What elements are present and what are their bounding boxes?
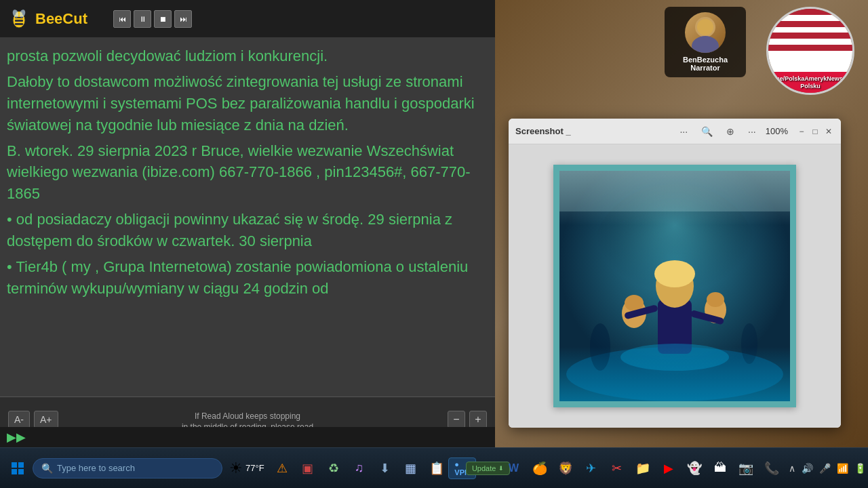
system-tray: ∧ 🔊 🎤 📶 🔋 5:06 AM 8/30/2023 [787, 455, 868, 482]
tray-network-icon[interactable]: 📶 [835, 462, 850, 475]
beecut-panel: BeeCut ⏮ ⏸ ⏹ ⏭ prosta pozwoli decydować … [0, 0, 495, 447]
water-effect [559, 347, 790, 401]
zoom-controls: − + [448, 411, 487, 428]
prev-button[interactable]: ⏮ [113, 10, 131, 28]
screenshot-close-btn[interactable]: ✕ [823, 126, 834, 137]
windows-icon [11, 462, 24, 475]
svg-rect-27 [12, 462, 17, 468]
right-panel: BenBezucha Narrator t.me/PolskaAmerykNew… [495, 0, 868, 447]
screenshot-options-btn[interactable]: ··· [744, 125, 760, 138]
beecut-header: BeeCut ⏮ ⏸ ⏹ ⏭ [0, 0, 495, 37]
taskbar-snapchat-icon[interactable]: 👻 [682, 456, 707, 481]
taskbar-clipboard-icon[interactable]: 📋 [425, 456, 449, 481]
taskbar-brave-icon[interactable]: 🦁 [553, 456, 578, 481]
screenshot-maximize-btn[interactable]: □ [810, 126, 821, 137]
svg-rect-28 [18, 462, 24, 468]
font-decrease-button[interactable]: A- [8, 411, 30, 428]
taskbar-orange-icon[interactable]: 🍊 [528, 456, 552, 481]
pause-button[interactable]: ⏸ [134, 10, 151, 28]
screenshot-more-options[interactable]: ··· [675, 125, 692, 138]
bee-icon [8, 8, 30, 30]
taskbar-whatsapp-icon[interactable]: 📞 [760, 456, 784, 481]
narrator-card: BenBezucha Narrator [665, 7, 746, 77]
narrator-name: BenBezucha Narrator [683, 56, 728, 72]
read-aloud-line1: If Read Aloud keeps stopping [182, 411, 313, 422]
taskbar-telegram-icon[interactable]: ✈ [579, 456, 604, 481]
screenshot-window-controls: − □ ✕ [796, 126, 834, 137]
text-line-3: B. wtorek. 29 sierpnia 2023 r Bruce, wie… [7, 140, 484, 205]
screenshot-minimize-btn[interactable]: − [796, 126, 807, 137]
weather-temperature: 77°F [245, 463, 264, 473]
svg-point-9 [692, 36, 719, 53]
text-line-4: • od posiadaczy obligacji powinny ukazać… [7, 209, 484, 252]
taskbar-update-badge[interactable]: Update ⬇ [476, 456, 500, 481]
zoom-in-button[interactable]: + [469, 411, 487, 428]
narrator-avatar [685, 12, 726, 53]
taskbar-search-bar[interactable]: 🔍 Type here to search [33, 458, 222, 479]
screenshot-viewer: Screenshot _ ··· 🔍 ⊕ ··· 100% − □ ✕ [509, 119, 841, 428]
taskbar-gallery-icon[interactable]: 🏔 [708, 456, 732, 481]
taskbar: 🔍 Type here to search ☀ 77°F ⚠ ▣ ♻ ♫ ⬇ ▦… [0, 447, 868, 488]
screenshot-image-frame [553, 165, 796, 407]
tray-chevron-icon[interactable]: ∧ [787, 462, 797, 475]
taskbar-taskmgr-icon[interactable]: ▣ [296, 456, 320, 481]
taskbar-music-icon[interactable]: ♫ [347, 456, 372, 481]
mist-effect [559, 171, 790, 225]
text-line-5: • Tier4b ( my , Grupa Internetowa) zosta… [7, 256, 484, 300]
taskbar-files-icon[interactable]: 📁 [631, 456, 655, 481]
screenshot-zoom-level: 100% [766, 126, 788, 136]
stop-button[interactable]: ⏹ [154, 10, 172, 28]
tray-speaker-icon[interactable]: 🔊 [800, 462, 815, 475]
search-placeholder-text: Type here to search [57, 463, 135, 473]
taskbar-recycle-icon[interactable]: ♻ [321, 456, 346, 481]
screenshot-titlebar: Screenshot _ ··· 🔍 ⊕ ··· 100% − □ ✕ [509, 119, 841, 144]
media-player-strip: ▶▶ [0, 427, 495, 447]
playback-controls: ⏮ ⏸ ⏹ ⏭ [113, 10, 192, 28]
taskbar-cam-icon[interactable]: 📷 [734, 456, 758, 481]
start-button[interactable] [5, 459, 30, 478]
text-reader: prosta pozwoli decydować ludziom i konku… [0, 37, 495, 396]
taskbar-download-icon[interactable]: ⬇ [373, 456, 397, 481]
text-content[interactable]: prosta pozwoli decydować ludziom i konku… [0, 37, 495, 396]
beecut-logo: BeeCut [8, 8, 87, 30]
text-line-2: Dałoby to dostawcom możliwość zintegrowa… [7, 71, 484, 136]
screenshot-image [559, 171, 790, 401]
tray-battery-icon[interactable]: 🔋 [852, 462, 868, 475]
taskbar-app-icons: ⚠ ▣ ♻ ♫ ⬇ ▦ 📋 ● VPN Update ⬇ W 🍊 🦁 ✈ ✂ 📁… [270, 456, 784, 481]
weather-widget: ☀ 77°F [229, 460, 264, 477]
us-flag-portion [768, 9, 852, 51]
svg-rect-3 [15, 20, 23, 22]
svg-rect-30 [18, 469, 24, 474]
search-icon: 🔍 [41, 463, 53, 474]
weather-sun-icon: ☀ [229, 460, 243, 477]
taskbar-warning-icon[interactable]: ⚠ [270, 456, 294, 481]
taskbar-layout-icon[interactable]: ▦ [399, 456, 423, 481]
taskbar-scissors-icon[interactable]: ✂ [605, 456, 629, 481]
font-size-controls: A- A+ [8, 411, 58, 428]
screenshot-body [509, 144, 841, 428]
tray-mic-icon[interactable]: 🎤 [817, 462, 833, 475]
beecut-title-text: BeeCut [35, 10, 87, 28]
screenshot-zoom-in-btn[interactable]: ⊕ [722, 125, 738, 138]
tray-icons: ∧ 🔊 🎤 📶 🔋 [787, 462, 868, 475]
flag-text: t.me/PolskaAmerykNewsP0 Polsku [768, 75, 852, 90]
taskbar-youtube-icon[interactable]: ▶ [656, 456, 681, 481]
svg-rect-29 [12, 469, 17, 474]
text-line-1: prosta pozwoli decydować ludziom i konku… [7, 45, 484, 67]
next-button[interactable]: ⏭ [174, 10, 192, 28]
screenshot-zoom-out-btn[interactable]: 🔍 [697, 125, 717, 138]
svg-point-10 [697, 19, 713, 35]
expand-icon: ▶▶ [7, 430, 26, 445]
screenshot-title: Screenshot _ [515, 126, 670, 136]
flag-circle: t.me/PolskaAmerykNewsP0 Polsku [766, 7, 854, 95]
svg-rect-4 [15, 23, 23, 25]
zoom-out-button[interactable]: − [448, 411, 465, 428]
taskbar-word-icon[interactable]: W [502, 456, 526, 481]
svg-point-17 [654, 260, 695, 287]
svg-point-21 [707, 292, 724, 307]
font-increase-button[interactable]: A+ [34, 411, 58, 428]
